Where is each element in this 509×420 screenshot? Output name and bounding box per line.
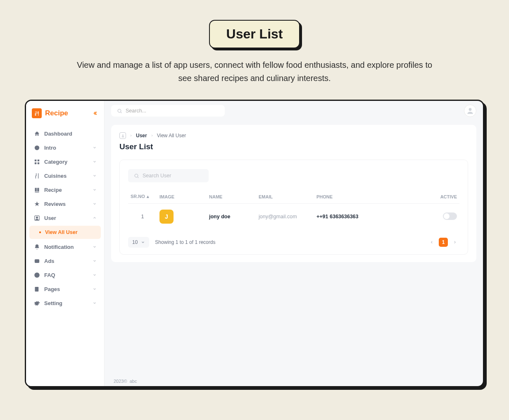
pages-icon bbox=[33, 286, 40, 292]
breadcrumb-page: View All User bbox=[157, 133, 186, 138]
page-prev-button[interactable] bbox=[427, 238, 436, 247]
page-number-button[interactable]: 1 bbox=[439, 238, 448, 247]
search-icon bbox=[134, 173, 139, 179]
sidebar-sub-view-all-user[interactable]: View All User bbox=[29, 226, 101, 239]
breadcrumb-section[interactable]: User bbox=[136, 133, 147, 138]
copyright: 2023© abc bbox=[114, 379, 137, 384]
sidebar-item-pages[interactable]: Pages bbox=[29, 282, 101, 296]
pagination-summary: Showing 1 to 1 of 1 records bbox=[155, 239, 215, 245]
content: User View All User User List Search User… bbox=[111, 125, 476, 262]
topbar: Search... bbox=[105, 101, 483, 121]
collapse-sidebar-button[interactable] bbox=[91, 110, 98, 117]
hero-title: User List bbox=[209, 20, 300, 48]
sidebar-item-dashboard[interactable]: Dashboard bbox=[29, 126, 101, 141]
search-user-placeholder: Search User bbox=[143, 173, 171, 179]
chevron-right-icon bbox=[150, 134, 154, 137]
avatar[interactable] bbox=[464, 105, 476, 117]
chevron-down-icon bbox=[93, 287, 97, 291]
sidebar-item-faq[interactable]: FAQ bbox=[29, 268, 101, 282]
sidebar-item-user[interactable]: User bbox=[29, 211, 101, 225]
active-toggle[interactable] bbox=[443, 212, 457, 220]
sidebar-item-label: FAQ bbox=[44, 272, 55, 278]
sidebar-item-label: User bbox=[44, 215, 56, 221]
sidebar-sub-label: View All User bbox=[45, 229, 78, 235]
user-icon bbox=[33, 215, 40, 221]
sidebar-item-label: Reviews bbox=[44, 201, 66, 207]
app-frame: Recipe Dashboard Intro Category bbox=[25, 100, 484, 387]
book-icon bbox=[33, 186, 40, 193]
sidebar-item-label: Ads bbox=[44, 258, 55, 264]
clock-icon bbox=[33, 144, 40, 151]
user-crumb-icon bbox=[119, 132, 126, 139]
cell-phone: ++91 6363636363 bbox=[314, 204, 431, 230]
th-image[interactable]: IMAGE bbox=[157, 190, 207, 204]
sidebar-item-recipe[interactable]: Recipe bbox=[29, 183, 101, 197]
sidebar-item-ads[interactable]: Ads bbox=[29, 254, 101, 268]
svg-rect-9 bbox=[35, 286, 38, 291]
table-footer: 10 Showing 1 to 1 of 1 records 1 bbox=[128, 237, 459, 248]
sidebar-item-label: Cuisines bbox=[44, 173, 67, 179]
user-table: SR.NO▴ IMAGE NAME EMAIL PHONE ACTIVE 1 J bbox=[128, 190, 459, 229]
chevron-down-icon bbox=[93, 202, 97, 206]
nav: Dashboard Intro Category Cuisines Recipe bbox=[26, 125, 104, 312]
th-name[interactable]: NAME bbox=[207, 190, 256, 204]
sidebar-item-label: Intro bbox=[44, 145, 56, 151]
th-email[interactable]: EMAIL bbox=[256, 190, 314, 204]
question-icon bbox=[33, 272, 40, 278]
sidebar-item-category[interactable]: Category bbox=[29, 155, 101, 169]
search-user-input[interactable]: Search User bbox=[128, 169, 209, 182]
sidebar-item-setting[interactable]: Setting bbox=[29, 296, 101, 310]
star-icon bbox=[33, 200, 40, 207]
ad-icon bbox=[33, 258, 40, 264]
home-icon bbox=[33, 130, 40, 137]
svg-point-8 bbox=[34, 272, 40, 278]
chevron-down-icon bbox=[93, 273, 97, 277]
breadcrumb: User View All User bbox=[119, 132, 468, 139]
chevron-up-icon bbox=[93, 216, 97, 220]
chevron-right-icon bbox=[129, 134, 133, 137]
svg-point-13 bbox=[135, 174, 138, 177]
avatar-icon bbox=[466, 107, 474, 115]
active-dot-icon bbox=[39, 231, 41, 233]
sidebar-item-label: Dashboard bbox=[44, 131, 72, 137]
chevron-down-icon bbox=[141, 240, 145, 244]
sidebar-item-cuisines[interactable]: Cuisines bbox=[29, 169, 101, 183]
cell-image: J bbox=[157, 204, 207, 230]
svg-rect-3 bbox=[34, 162, 36, 164]
brand: Recipe bbox=[26, 105, 104, 125]
chevron-down-icon bbox=[93, 174, 97, 178]
svg-rect-1 bbox=[34, 159, 36, 161]
grid-icon bbox=[33, 158, 40, 165]
th-phone[interactable]: PHONE bbox=[314, 190, 431, 204]
cell-srno: 1 bbox=[128, 204, 157, 230]
page-title: User List bbox=[119, 142, 468, 151]
th-srno[interactable]: SR.NO▴ bbox=[128, 190, 157, 204]
search-placeholder: Search... bbox=[126, 108, 146, 114]
chevron-down-icon bbox=[93, 301, 97, 305]
cell-name: jony doe bbox=[207, 204, 256, 230]
per-page-select[interactable]: 10 bbox=[128, 237, 149, 248]
sidebar-item-label: Notification bbox=[44, 244, 74, 250]
svg-point-0 bbox=[34, 145, 39, 150]
sidebar-item-label: Category bbox=[44, 159, 67, 165]
svg-point-12 bbox=[122, 134, 124, 136]
chevron-down-icon bbox=[93, 259, 97, 263]
sidebar-item-notification[interactable]: Notification bbox=[29, 240, 101, 254]
svg-rect-7 bbox=[34, 259, 39, 263]
svg-point-6 bbox=[36, 217, 38, 218]
th-active[interactable]: ACTIVE bbox=[431, 190, 459, 204]
cell-email: jony@gmail.com bbox=[256, 204, 314, 230]
sidebar-item-label: Recipe bbox=[44, 187, 62, 193]
sidebar-item-reviews[interactable]: Reviews bbox=[29, 197, 101, 211]
user-list-card: Search User SR.NO▴ IMAGE NAME EMAIL PHON… bbox=[119, 160, 468, 255]
chevron-down-icon bbox=[93, 245, 97, 249]
sidebar-item-intro[interactable]: Intro bbox=[29, 141, 101, 155]
sidebar: Recipe Dashboard Intro Category bbox=[26, 101, 105, 386]
pager: 1 bbox=[427, 238, 459, 247]
chevron-down-icon bbox=[93, 188, 97, 192]
global-search-input[interactable]: Search... bbox=[111, 105, 225, 117]
utensils-icon bbox=[33, 172, 40, 179]
page-next-button[interactable] bbox=[450, 238, 459, 247]
svg-point-10 bbox=[118, 109, 121, 112]
search-icon bbox=[117, 108, 122, 114]
